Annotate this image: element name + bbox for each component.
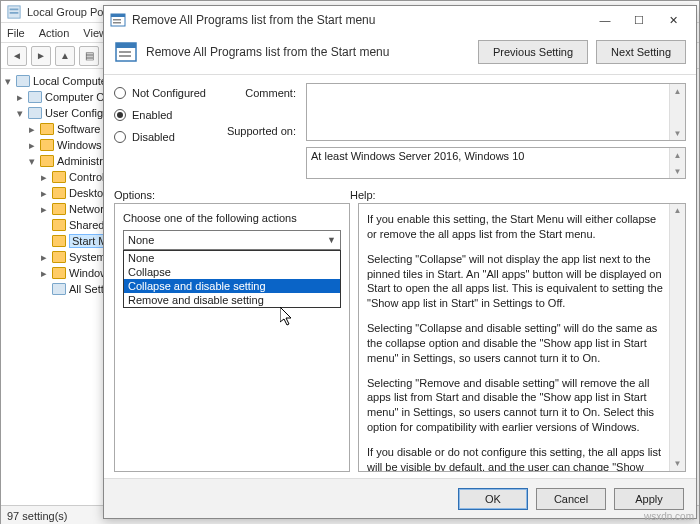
close-button[interactable]: ✕	[656, 9, 690, 31]
comment-textbox[interactable]: ▲▼	[306, 83, 686, 141]
chevron-down-icon: ▼	[327, 235, 336, 245]
options-pane: Choose one of the following actions None…	[114, 203, 350, 472]
supported-label: Supported on:	[216, 125, 296, 137]
option-remove-disable[interactable]: Remove and disable setting	[124, 293, 340, 307]
apply-button[interactable]: Apply	[614, 488, 684, 510]
next-setting-button[interactable]: Next Setting	[596, 40, 686, 64]
radio-enabled[interactable]: Enabled	[114, 109, 206, 121]
svg-rect-2	[10, 12, 19, 14]
help-p5: If you disable or do not configure this …	[367, 445, 663, 472]
cancel-button[interactable]: Cancel	[536, 488, 606, 510]
svg-rect-9	[119, 51, 131, 53]
toolbar-fwd-icon[interactable]: ►	[31, 46, 51, 66]
dialog-titlebar[interactable]: Remove All Programs list from the Start …	[104, 6, 696, 34]
dialog-heading: Remove All Programs list from the Start …	[146, 45, 470, 59]
policy-icon	[114, 40, 138, 64]
supported-scrollbar[interactable]: ▲▼	[669, 148, 685, 178]
action-dropdown[interactable]: None ▼ None Collapse Collapse and disabl…	[123, 230, 341, 250]
radio-disabled[interactable]: Disabled	[114, 131, 206, 143]
options-header: Options:	[114, 189, 350, 201]
toolbar-up-icon[interactable]: ▲	[55, 46, 75, 66]
policy-dialog: Remove All Programs list from the Start …	[103, 5, 697, 519]
help-pane: If you enable this setting, the Start Me…	[358, 203, 686, 472]
help-p4: Selecting "Remove and disable setting" w…	[367, 376, 663, 435]
comment-label: Comment:	[216, 87, 296, 99]
svg-rect-1	[10, 8, 19, 10]
maximize-button[interactable]: ☐	[622, 9, 656, 31]
svg-rect-8	[116, 43, 136, 48]
gp-app-icon	[7, 5, 21, 19]
status-text: 97 setting(s)	[7, 510, 68, 522]
previous-setting-button[interactable]: Previous Setting	[478, 40, 588, 64]
toolbar-props-icon[interactable]: ▤	[79, 46, 99, 66]
dialog-button-bar: OK Cancel Apply	[104, 478, 696, 518]
svg-rect-5	[113, 19, 121, 21]
minimize-button[interactable]: —	[588, 9, 622, 31]
supported-on-text: At least Windows Server 2016, Windows 10	[311, 150, 524, 162]
supported-on-box: At least Windows Server 2016, Windows 10…	[306, 147, 686, 179]
svg-rect-6	[113, 22, 121, 24]
comment-scrollbar[interactable]: ▲▼	[669, 84, 685, 140]
help-header: Help:	[350, 189, 686, 201]
dropdown-list: None Collapse Collapse and disable setti…	[123, 250, 341, 308]
radio-not-configured[interactable]: Not Configured	[114, 87, 206, 99]
svg-rect-4	[111, 14, 125, 17]
menu-action[interactable]: Action	[39, 27, 70, 39]
dropdown-selected-value: None	[128, 234, 154, 246]
option-collapse[interactable]: Collapse	[124, 265, 340, 279]
ok-button[interactable]: OK	[458, 488, 528, 510]
help-scrollbar[interactable]: ▲▼	[669, 204, 685, 471]
help-p3: Selecting "Collapse and disable setting"…	[367, 321, 663, 366]
dialog-header: Remove All Programs list from the Start …	[104, 34, 696, 75]
dialog-title-text: Remove All Programs list from the Start …	[132, 13, 588, 27]
svg-rect-10	[119, 55, 131, 57]
toolbar-back-icon[interactable]: ◄	[7, 46, 27, 66]
menu-file[interactable]: File	[7, 27, 25, 39]
choose-action-label: Choose one of the following actions	[123, 212, 341, 224]
help-p2: Selecting "Collapse" will not display th…	[367, 252, 663, 311]
help-p1: If you enable this setting, the Start Me…	[367, 212, 663, 242]
option-none[interactable]: None	[124, 251, 340, 265]
dialog-title-icon	[110, 12, 126, 28]
option-collapse-disable[interactable]: Collapse and disable setting	[124, 279, 340, 293]
